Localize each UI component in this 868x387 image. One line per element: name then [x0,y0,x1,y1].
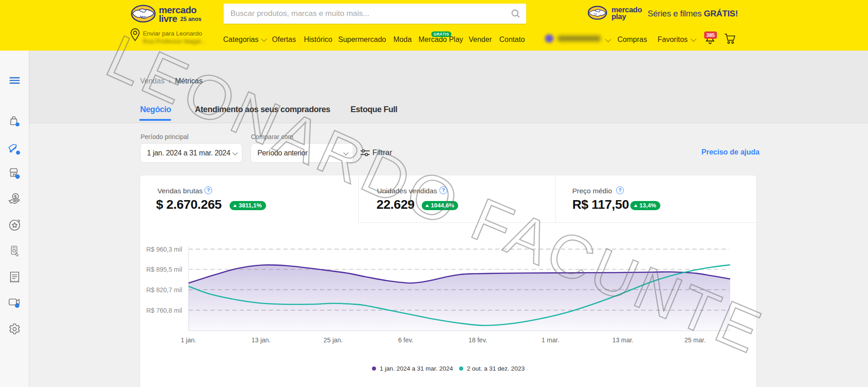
svg-text:25 anos: 25 anos [180,16,202,22]
svg-text:livre: livre [159,13,177,24]
svg-text:play: play [612,12,627,21]
